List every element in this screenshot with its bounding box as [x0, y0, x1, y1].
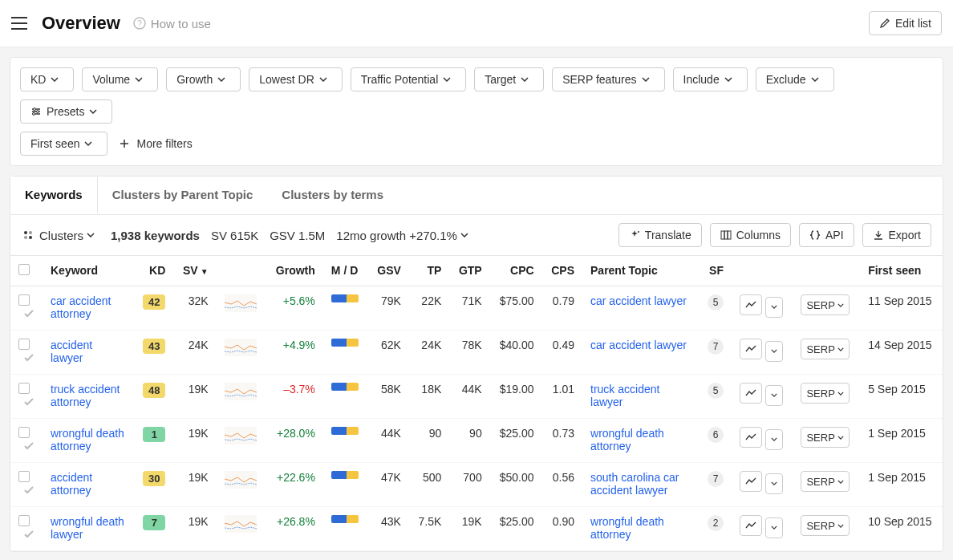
parent-topic-link[interactable]: truck accident lawyer	[590, 383, 659, 408]
col-cps[interactable]: CPS	[542, 256, 582, 286]
chevron-down-icon	[521, 77, 529, 82]
row-checkbox[interactable]	[18, 339, 30, 350]
approve-icon[interactable]	[23, 396, 34, 408]
col-sf[interactable]: SF	[699, 256, 732, 286]
row-checkbox[interactable]	[18, 515, 30, 526]
cpc-value: $25.00	[490, 507, 542, 551]
filter-growth[interactable]: Growth	[166, 67, 241, 91]
sf-badge: 5	[708, 383, 724, 399]
col-gtp[interactable]: GTP	[449, 256, 489, 286]
sv-value: 19K	[173, 375, 216, 419]
trend-button[interactable]	[740, 339, 762, 359]
trend-button[interactable]	[740, 294, 762, 315]
approve-icon[interactable]	[23, 440, 34, 452]
sv-value: 19K	[173, 507, 216, 551]
cluster-icon	[22, 229, 34, 241]
parent-topic-link[interactable]: wrongful death attorney	[590, 427, 664, 452]
growth-value: +4.9%	[283, 339, 315, 351]
filter-serp-features[interactable]: SERP features	[552, 67, 664, 91]
serp-button[interactable]: SERP	[801, 471, 850, 492]
serp-button[interactable]: SERP	[801, 515, 850, 536]
row-checkbox[interactable]	[18, 383, 30, 394]
tp-value: 24K	[409, 331, 449, 375]
col-md[interactable]: M / D	[323, 256, 368, 286]
filter-kd[interactable]: KD	[20, 67, 74, 91]
approve-icon[interactable]	[23, 485, 34, 496]
table-row: wrongful death lawyer 7 19K +26.8% 43K 7…	[10, 507, 943, 551]
col-keyword[interactable]: Keyword	[43, 256, 134, 286]
keyword-link[interactable]: car accident attorney	[51, 294, 111, 320]
presets-button[interactable]: Presets	[20, 99, 112, 124]
pencil-icon	[879, 18, 890, 29]
tab-clusters-parent[interactable]: Clusters by Parent Topic	[98, 177, 268, 214]
keyword-link[interactable]: accident lawyer	[51, 339, 92, 364]
parent-topic-link[interactable]: car accident lawyer	[590, 339, 687, 351]
parent-topic-link[interactable]: car accident lawyer	[590, 294, 687, 307]
approve-icon[interactable]	[23, 352, 34, 363]
trend-dropdown[interactable]	[765, 341, 783, 362]
growth-12mo-dropdown[interactable]: 12mo growth +270.1%	[336, 229, 468, 242]
how-to-use-link[interactable]: ? How to use	[133, 17, 211, 30]
tab-clusters-terms[interactable]: Clusters by terms	[267, 177, 398, 214]
serp-button[interactable]: SERP	[801, 294, 850, 315]
col-sv[interactable]: SV▼	[173, 256, 216, 286]
trend-dropdown[interactable]	[765, 429, 783, 450]
md-bar	[331, 471, 359, 479]
translate-button[interactable]: Translate	[618, 223, 702, 247]
chevron-down-icon	[771, 393, 777, 397]
trend-dropdown[interactable]	[765, 473, 783, 494]
serp-button[interactable]: SERP	[801, 427, 850, 448]
parent-topic-link[interactable]: south carolina car accident lawyer	[590, 471, 679, 497]
trend-button[interactable]	[740, 383, 762, 404]
api-button[interactable]: API	[799, 223, 854, 247]
keyword-link[interactable]: wrongful death lawyer	[51, 515, 124, 541]
serp-button[interactable]: SERP	[801, 383, 850, 404]
approve-icon[interactable]	[23, 529, 34, 540]
clusters-toggle[interactable]: Clusters	[22, 229, 99, 242]
row-checkbox[interactable]	[18, 427, 30, 438]
filter-exclude[interactable]: Exclude	[756, 67, 834, 91]
kd-badge: 30	[143, 471, 165, 486]
keyword-link[interactable]: truck accident attorney	[51, 383, 120, 408]
row-checkbox[interactable]	[18, 471, 30, 482]
columns-icon	[720, 229, 732, 241]
trend-button[interactable]	[740, 427, 762, 448]
more-filters-button[interactable]: More filters	[116, 132, 195, 155]
col-gsv[interactable]: GSV	[368, 256, 409, 286]
serp-button[interactable]: SERP	[801, 339, 850, 359]
trend-dropdown[interactable]	[765, 517, 783, 538]
keyword-link[interactable]: wrongful death attorney	[51, 427, 124, 452]
trend-dropdown[interactable]	[765, 385, 783, 406]
col-tp[interactable]: TP	[409, 256, 449, 286]
trend-sparkline	[225, 515, 257, 533]
col-first-seen[interactable]: First seen	[860, 256, 943, 286]
svg-point-8	[29, 236, 32, 239]
cpc-value: $50.00	[490, 463, 542, 507]
parent-topic-link[interactable]: wrongful death attorney	[590, 515, 664, 541]
export-button[interactable]: Export	[862, 223, 931, 247]
trend-button[interactable]	[740, 515, 762, 536]
select-all-checkbox[interactable]	[18, 264, 30, 275]
edit-list-button[interactable]: Edit list	[869, 11, 942, 35]
col-kd[interactable]: KD	[134, 256, 174, 286]
keyword-link[interactable]: accident attorney	[51, 471, 92, 497]
svg-rect-11	[724, 231, 728, 239]
svg-rect-12	[728, 231, 731, 239]
col-trend[interactable]	[217, 256, 266, 286]
filter-include[interactable]: Include	[673, 67, 748, 91]
filter-first-seen[interactable]: First seen	[20, 132, 107, 156]
approve-icon[interactable]	[23, 308, 34, 319]
filter-traffic-potential[interactable]: Traffic Potential	[351, 67, 467, 91]
col-growth[interactable]: Growth	[266, 256, 323, 286]
tab-keywords[interactable]: Keywords	[10, 177, 98, 214]
trend-button[interactable]	[740, 471, 762, 492]
filter-volume[interactable]: Volume	[82, 67, 158, 91]
trend-dropdown[interactable]	[765, 297, 783, 318]
col-parent[interactable]: Parent Topic	[582, 256, 699, 286]
col-cpc[interactable]: CPC	[490, 256, 542, 286]
filter-lowest-dr[interactable]: Lowest DR	[249, 67, 342, 91]
filter-target[interactable]: Target	[474, 67, 544, 91]
menu-icon[interactable]	[11, 17, 27, 30]
columns-button[interactable]: Columns	[710, 223, 791, 247]
row-checkbox[interactable]	[18, 294, 30, 306]
